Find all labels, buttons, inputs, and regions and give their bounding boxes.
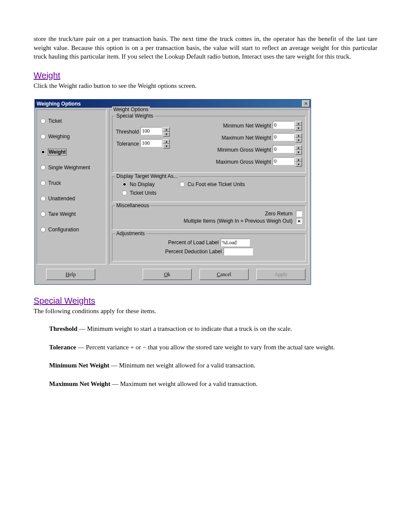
- sidebar-item-configuration[interactable]: Configuration: [40, 226, 103, 233]
- ok-button[interactable]: Ok: [143, 269, 192, 280]
- spin-down-icon[interactable]: ▼: [163, 144, 170, 149]
- radio-ticket-units[interactable]: Ticket Units: [122, 190, 156, 196]
- sidebar-item-ticket[interactable]: Ticket: [40, 118, 103, 124]
- list-item: Minimum Net Weight — Minimum net weight …: [49, 361, 377, 370]
- sidebar-item-unattended[interactable]: Unattended: [40, 195, 103, 202]
- label-multi-items: Multiple Items (Weigh In = Previous Weig…: [184, 218, 293, 224]
- ok-label: k: [168, 271, 170, 277]
- intro-paragraph: store the truck/tare pair on a per trans…: [34, 34, 377, 61]
- input-pct-load[interactable]: [221, 239, 250, 246]
- heading-special-sub: The following conditions apply for these…: [34, 308, 377, 315]
- spin-up-icon[interactable]: ▲: [295, 133, 302, 138]
- checkbox-zero-return[interactable]: [296, 211, 302, 217]
- label-zero-return: Zero Return: [265, 211, 293, 217]
- group-special-weights: Special Weights Threshold ▲▼ Tolerance: [112, 116, 306, 173]
- input-min-gross[interactable]: [273, 145, 294, 153]
- sidebar-item-weighing[interactable]: Weighing: [40, 133, 103, 140]
- sidebar-item-truck[interactable]: Truck: [40, 180, 103, 187]
- group-weight-options: Weight Options Special Weights Threshold…: [109, 109, 309, 264]
- input-threshold[interactable]: [140, 127, 162, 135]
- close-icon[interactable]: ✕: [302, 100, 310, 107]
- heading-weight-sub: Click the Weight radio button to see the…: [34, 82, 377, 90]
- input-pct-deduct[interactable]: [224, 248, 253, 255]
- help-label: elp: [69, 271, 76, 277]
- radio-cu-foot[interactable]: Cu Foot else Ticket Units: [180, 181, 245, 187]
- input-min-net[interactable]: [273, 121, 294, 129]
- heading-weight: Weight: [34, 71, 377, 81]
- label-pct-deduct: Percent Deduction Label: [165, 249, 221, 255]
- heading-special-weights: Special Weights: [34, 296, 377, 306]
- dialog-title: Weighing Options: [37, 101, 81, 107]
- spin-down-icon[interactable]: ▼: [295, 150, 302, 155]
- list-item: Maximum Net Weight — Maximum net weight …: [49, 380, 377, 389]
- input-max-gross[interactable]: [273, 157, 294, 165]
- help-button[interactable]: Help: [46, 269, 95, 280]
- group-display-target: Display Target Weight As... No Display T…: [112, 176, 306, 202]
- sidebar-item-single-weighment[interactable]: Single Weighment: [40, 164, 103, 171]
- group-miscellaneous: Miscellaneous Zero Return Multiple Items…: [112, 205, 306, 230]
- sidebar-item-tare-weight[interactable]: Tare Weight: [40, 211, 103, 218]
- label-threshold: Threshold: [116, 129, 139, 135]
- cancel-label: ancel: [220, 271, 231, 277]
- list-item: Tolerance — Percent variance + or − that…: [49, 343, 377, 352]
- sidebar-item-weight[interactable]: Weight: [40, 149, 103, 156]
- spin-up-icon[interactable]: ▲: [295, 145, 302, 150]
- spin-up-icon[interactable]: ▲: [295, 121, 302, 126]
- weighing-options-dialog: Weighing Options ✕ Ticket Weighing Weigh…: [34, 99, 311, 285]
- label-pct-load: Percent of Load Label: [168, 240, 218, 246]
- spin-down-icon[interactable]: ▼: [163, 132, 170, 137]
- spin-down-icon[interactable]: ▼: [295, 138, 302, 143]
- sidebar-radiolist: Ticket Weighing Weight Single Weighment …: [37, 109, 106, 264]
- list-item: Threshold — Minimum weight to start a tr…: [49, 324, 377, 333]
- input-max-net[interactable]: [273, 133, 294, 141]
- spin-up-icon[interactable]: ▲: [163, 139, 170, 144]
- spin-down-icon[interactable]: ▼: [295, 162, 302, 167]
- label-max-net: Maximum Net Weight: [222, 135, 271, 141]
- label-min-net: Minimum Net Weight: [223, 123, 271, 129]
- titlebar: Weighing Options ✕: [35, 100, 311, 108]
- label-min-gross: Minimum Gross Weight: [218, 147, 271, 153]
- apply-button: Apply: [256, 269, 305, 280]
- input-tolerance[interactable]: [140, 139, 162, 147]
- checkbox-multi-items[interactable]: ✕: [296, 218, 302, 224]
- label-max-gross: Maximum Gross Weight: [216, 159, 271, 165]
- label-tolerance: Tolerance: [116, 141, 139, 147]
- cancel-button[interactable]: Cancel: [199, 269, 249, 280]
- spin-up-icon[interactable]: ▲: [163, 127, 170, 132]
- spin-down-icon[interactable]: ▼: [295, 126, 302, 131]
- radio-no-display[interactable]: No Display: [122, 181, 156, 187]
- spin-up-icon[interactable]: ▲: [295, 157, 302, 162]
- group-adjustments: Adjustments Percent of Load Label Percen…: [112, 233, 306, 261]
